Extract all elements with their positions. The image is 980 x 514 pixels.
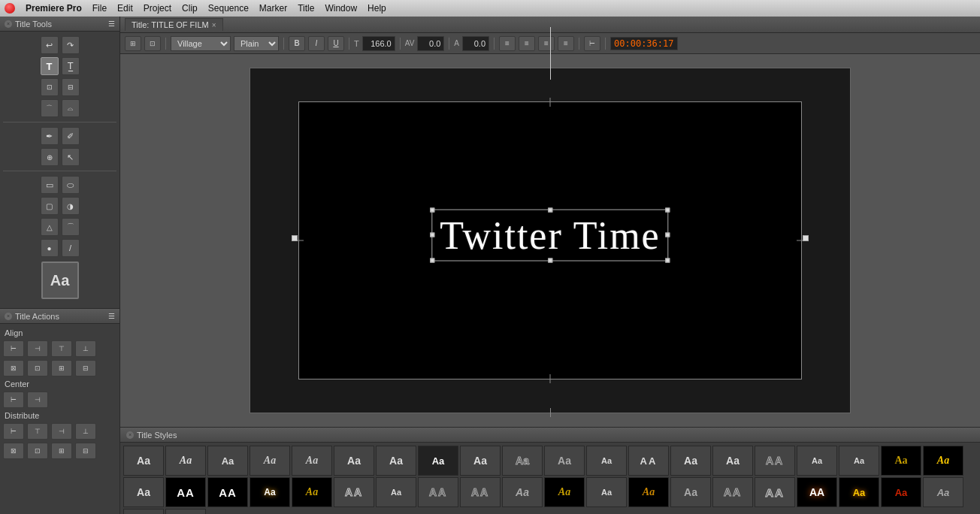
toolbar-layout-btn[interactable]: ⊞ xyxy=(125,36,141,51)
tab-btn[interactable]: ⊢ xyxy=(584,36,600,51)
title-actions-menu[interactable]: ☰ xyxy=(108,312,115,320)
font-style-select[interactable]: Plain xyxy=(234,36,279,51)
title-styles-tab[interactable]: × Title Styles xyxy=(126,431,177,440)
dist-equal-v-btn[interactable]: ⊡ xyxy=(27,443,48,459)
area-type-v-btn[interactable]: ⊟ xyxy=(62,78,80,96)
style-swatch-12[interactable]: AA xyxy=(628,446,669,476)
align-h-center-btn[interactable]: ⊟ xyxy=(75,360,96,376)
underline-btn[interactable]: U xyxy=(328,36,344,51)
type-tool-btn[interactable]: T xyxy=(41,57,59,75)
redo-btn[interactable]: ↷ xyxy=(62,36,80,54)
style-swatch-29[interactable]: Aa xyxy=(502,477,543,507)
style-swatch-39[interactable]: Aa xyxy=(923,477,963,507)
wedge-btn[interactable]: ◑ xyxy=(62,197,80,215)
select-btn[interactable]: ↖ xyxy=(62,148,80,166)
line-btn[interactable]: / xyxy=(62,239,80,257)
center-v-btn[interactable]: ⊣ xyxy=(27,392,48,408)
style-swatch-41[interactable]: Aa xyxy=(165,509,206,514)
align-center-h-btn[interactable]: ⊣ xyxy=(27,340,48,357)
style-swatch-19[interactable]: Aa xyxy=(923,446,963,476)
menu-marker[interactable]: Marker xyxy=(259,3,287,14)
align-right-text-btn[interactable]: ≡ xyxy=(538,36,555,51)
menu-sequence[interactable]: Sequence xyxy=(208,3,249,14)
circle-btn[interactable]: ● xyxy=(41,239,59,257)
style-swatch-4[interactable]: Aa xyxy=(292,446,332,476)
handle-bot-mid[interactable] xyxy=(548,258,552,262)
style-swatch-38[interactable]: Aa xyxy=(881,477,921,507)
style-swatch-5[interactable]: Aa xyxy=(334,446,374,476)
dist-4-btn[interactable]: ⊟ xyxy=(75,443,96,459)
handle-bot-left[interactable] xyxy=(430,258,434,262)
anchor-btn[interactable]: ⊕ xyxy=(41,148,59,166)
handle-top-left[interactable] xyxy=(430,207,434,212)
style-swatch-23[interactable]: Aa xyxy=(250,477,290,507)
style-swatch-25[interactable]: AA xyxy=(334,477,374,507)
style-swatch-6[interactable]: Aa xyxy=(376,446,416,476)
align-center-text-btn[interactable]: ≡ xyxy=(519,36,535,51)
dist-h2-btn[interactable]: ⊣ xyxy=(51,423,72,440)
center-h-btn[interactable]: ⊢ xyxy=(3,392,24,408)
style-swatch-27[interactable]: AA xyxy=(418,477,458,507)
font-size-input[interactable] xyxy=(362,36,395,51)
undo-btn[interactable]: ↩ xyxy=(41,36,59,54)
handle-top-right[interactable] xyxy=(666,207,670,212)
leading-input[interactable] xyxy=(462,36,489,51)
font-family-select[interactable]: Village xyxy=(171,36,231,51)
style-swatch-9[interactable]: Aa xyxy=(502,446,543,476)
bold-btn[interactable]: B xyxy=(289,36,305,51)
style-swatch-30[interactable]: Aa xyxy=(544,477,585,507)
style-swatch-10[interactable]: Aa xyxy=(544,446,585,476)
style-swatch-32[interactable]: Aa xyxy=(628,477,669,507)
path-type-btn[interactable]: ⌒ xyxy=(41,99,59,117)
style-swatch-33[interactable]: Aa xyxy=(670,477,711,507)
kerning-input[interactable] xyxy=(417,36,444,51)
style-swatch-3[interactable]: Aa xyxy=(250,446,290,476)
style-swatch-28[interactable]: AA xyxy=(460,477,501,507)
style-swatch-36[interactable]: AA xyxy=(797,477,837,507)
align-bottom-btn[interactable]: ⊡ xyxy=(27,360,48,376)
style-swatch-13[interactable]: Aa xyxy=(670,446,711,476)
canvas-inner[interactable]: Twitter Time xyxy=(298,101,802,379)
align-left-btn[interactable]: ⊢ xyxy=(3,340,24,357)
align-left-text-btn[interactable]: ≡ xyxy=(499,36,516,51)
style-swatch-16[interactable]: Aa xyxy=(797,446,837,476)
menu-window[interactable]: Window xyxy=(325,3,357,14)
title-tab-close[interactable]: × xyxy=(212,21,216,29)
text-container[interactable]: Twitter Time xyxy=(431,209,668,261)
outer-left-handle[interactable] xyxy=(292,235,298,241)
style-swatch-35[interactable]: AA xyxy=(755,477,795,507)
arc-btn[interactable]: ⌒ xyxy=(62,218,80,236)
menu-file[interactable]: File xyxy=(92,3,107,14)
style-swatch-31[interactable]: Aa xyxy=(586,477,627,507)
pen-add-btn[interactable]: ✐ xyxy=(62,127,80,145)
title-actions-close[interactable]: × xyxy=(5,313,12,320)
apple-logo[interactable] xyxy=(5,3,15,14)
toolbar-grid-btn[interactable]: ⊡ xyxy=(144,36,161,51)
menu-help[interactable]: Help xyxy=(368,3,386,14)
style-swatch-8[interactable]: Aa xyxy=(460,446,501,476)
style-swatch-11[interactable]: Aa xyxy=(586,446,627,476)
dist-equal-h-btn[interactable]: ⊠ xyxy=(3,443,24,459)
pen-tool-btn[interactable]: ✒ xyxy=(41,127,59,145)
dist-h-btn[interactable]: ⊢ xyxy=(3,423,24,440)
italic-btn[interactable]: I xyxy=(308,36,325,51)
menu-title[interactable]: Title xyxy=(298,3,314,14)
area-type-btn[interactable]: ⊡ xyxy=(41,78,59,96)
style-swatch-0[interactable]: Aa xyxy=(123,446,164,476)
handle-top-mid[interactable] xyxy=(548,207,552,212)
title-tools-menu[interactable]: ☰ xyxy=(108,20,115,28)
style-swatch-26[interactable]: Aa xyxy=(376,477,416,507)
handle-mid-right[interactable] xyxy=(666,233,670,237)
menu-edit[interactable]: Edit xyxy=(117,3,133,14)
style-swatch-22[interactable]: AA xyxy=(207,477,248,507)
dist-v2-btn[interactable]: ⊥ xyxy=(75,423,96,440)
handle-bot-right[interactable] xyxy=(666,258,670,262)
rounded-rect-btn[interactable]: ▢ xyxy=(41,197,59,215)
dist-v-btn[interactable]: ⊤ xyxy=(27,423,48,440)
align-top-btn[interactable]: ⊠ xyxy=(3,360,24,376)
style-swatch-17[interactable]: Aa xyxy=(839,446,879,476)
aa-preview-btn[interactable]: Aa xyxy=(41,262,79,299)
vertical-type-btn[interactable]: T̲ xyxy=(62,57,80,75)
canvas-area[interactable]: Twitter Time xyxy=(120,54,980,427)
style-swatch-1[interactable]: Aa xyxy=(165,446,206,476)
